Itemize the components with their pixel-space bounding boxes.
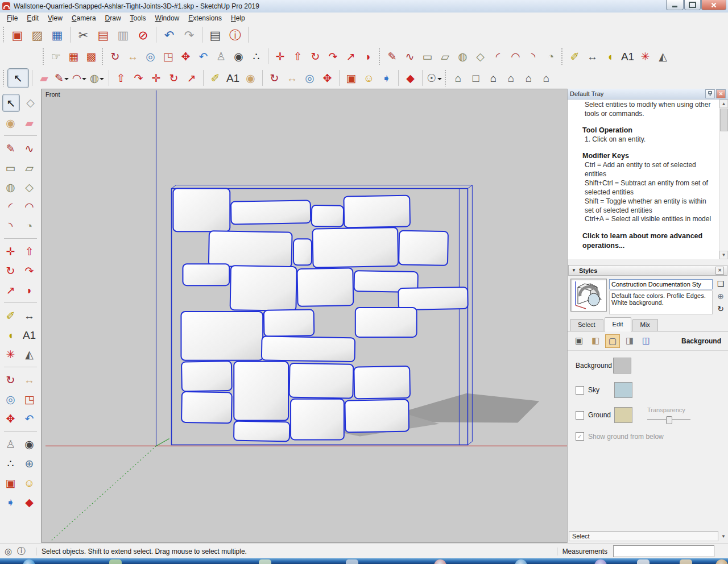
- follow-me-tool[interactable]: ↷: [130, 69, 147, 87]
- rotated-rectangle-tool[interactable]: ▱: [21, 159, 38, 176]
- stone-block[interactable]: [398, 287, 468, 310]
- orbit-tool[interactable]: ↻: [266, 69, 283, 87]
- print-button[interactable]: ▤: [205, 26, 225, 44]
- position-camera-tool[interactable]: ♙: [2, 436, 19, 453]
- push-pull-tool[interactable]: ⇧: [112, 69, 130, 87]
- freehand-tool[interactable]: ∿: [401, 47, 419, 65]
- stone-block[interactable]: [354, 366, 410, 399]
- menu-item-file[interactable]: File: [2, 13, 22, 23]
- view-left-button[interactable]: ⌂: [537, 69, 555, 87]
- walk-tool[interactable]: ∴: [2, 455, 19, 472]
- cut-button[interactable]: ✂: [73, 26, 93, 44]
- stone-block[interactable]: [344, 196, 410, 228]
- zoom-extents-button[interactable]: ✥: [318, 69, 336, 87]
- create-new-style-button[interactable]: ⊕: [717, 292, 724, 300]
- view-iso-button[interactable]: ⌂: [449, 69, 467, 87]
- scale-tool[interactable]: ↗: [2, 281, 19, 298]
- windows-taskbar[interactable]: [0, 558, 728, 564]
- rotate-tool[interactable]: ↻: [165, 69, 183, 87]
- extension-warehouse-button[interactable]: ◆: [21, 494, 38, 511]
- tape-measure-tool[interactable]: ✐: [566, 47, 584, 65]
- sky-color-swatch[interactable]: [614, 382, 632, 398]
- offset-tool[interactable]: ◗: [21, 281, 38, 298]
- paste-button[interactable]: ▥: [113, 26, 133, 44]
- stone-block[interactable]: [231, 200, 311, 224]
- shapes-tool[interactable]: ◍: [88, 69, 106, 87]
- look-around-tool[interactable]: ◉: [21, 436, 38, 453]
- ground-checkbox[interactable]: [576, 411, 584, 420]
- stone-block[interactable]: [181, 361, 232, 391]
- update-style-button[interactable]: ↻: [717, 305, 724, 313]
- view-right-button[interactable]: ⌂: [502, 69, 520, 87]
- taskbar-icon[interactable]: [109, 559, 122, 564]
- menu-item-tools[interactable]: Tools: [126, 13, 151, 23]
- 3d-warehouse-button[interactable]: ▣: [342, 69, 360, 87]
- menu-item-camera[interactable]: Camera: [67, 13, 101, 23]
- interact-tool[interactable]: ☞: [47, 47, 65, 65]
- follow-me-tool[interactable]: ↷: [21, 262, 38, 279]
- stone-block[interactable]: [230, 266, 297, 311]
- share-model-button[interactable]: ☺: [360, 69, 378, 87]
- restore-button[interactable]: [684, 0, 701, 10]
- stone-block[interactable]: [173, 189, 230, 232]
- open-button[interactable]: ▨: [27, 26, 47, 44]
- view-front-button[interactable]: ⌂: [485, 69, 502, 87]
- pan-tool[interactable]: ↔: [21, 371, 38, 388]
- instructor-scrollbar[interactable]: ▲ ▼: [719, 99, 728, 259]
- redo-button[interactable]: ↷: [179, 26, 199, 44]
- pie-tool[interactable]: ◔: [542, 47, 560, 65]
- slider-thumb[interactable]: [666, 416, 672, 424]
- view-back-button[interactable]: ⌂: [520, 69, 537, 87]
- offset-tool[interactable]: ◗: [359, 47, 377, 65]
- taskbar-icon[interactable]: [680, 559, 692, 564]
- move-tool[interactable]: ✛: [2, 243, 19, 260]
- push-pull-tool[interactable]: ⇧: [289, 47, 307, 65]
- view-top-button[interactable]: □: [467, 69, 485, 87]
- freehand-tool[interactable]: ∿: [21, 140, 38, 157]
- menu-item-help[interactable]: Help: [226, 13, 250, 23]
- eraser-tool[interactable]: ▰: [35, 69, 53, 87]
- modeling-settings-button[interactable]: ◫: [639, 334, 653, 347]
- three-point-arc-tool[interactable]: ◝: [524, 47, 542, 65]
- rectangle-tool[interactable]: ▭: [2, 159, 19, 176]
- component-options-button[interactable]: ▦: [65, 47, 82, 65]
- copy-button[interactable]: ▤: [93, 26, 113, 44]
- line-tool[interactable]: ✎: [383, 47, 401, 65]
- taskbar-icon[interactable]: [259, 559, 271, 564]
- rotate-tool[interactable]: ↻: [307, 47, 324, 65]
- pan-tool[interactable]: ↔: [283, 69, 301, 87]
- style-name-input[interactable]: [609, 279, 713, 289]
- menu-item-edit[interactable]: Edit: [22, 13, 43, 23]
- share-model-button[interactable]: ☺: [21, 474, 38, 491]
- eraser-tool[interactable]: ▰: [21, 114, 38, 131]
- stone-block[interactable]: [209, 231, 292, 267]
- stone-block[interactable]: [312, 227, 398, 267]
- transparency-slider[interactable]: [647, 416, 690, 424]
- stone-block[interactable]: [181, 392, 232, 423]
- move-tool[interactable]: ✛: [147, 69, 165, 87]
- taskbar-icon[interactable]: [515, 559, 527, 564]
- credits-info-icon[interactable]: ⓘ: [17, 546, 26, 557]
- ground-color-swatch[interactable]: [614, 407, 632, 423]
- select-tool[interactable]: ↖: [7, 68, 29, 88]
- styles-panel-header[interactable]: ▼ Styles ✕: [568, 265, 727, 276]
- stone-block[interactable]: [297, 268, 353, 306]
- section-plane-tool[interactable]: ⊕: [21, 455, 38, 472]
- previous-view-button[interactable]: ↶: [21, 410, 38, 427]
- learn-more-link[interactable]: Click to learn about more advanced opera…: [582, 231, 715, 250]
- tape-measure-tool[interactable]: ✐: [2, 307, 19, 324]
- zoom-extents-button[interactable]: ✥: [177, 47, 195, 65]
- share-component-button[interactable]: ➧: [2, 494, 19, 511]
- rectangle-tool[interactable]: ▭: [419, 47, 436, 65]
- viewport-canvas[interactable]: [42, 89, 567, 542]
- rotate-tool[interactable]: ↻: [2, 262, 19, 279]
- stone-block[interactable]: [312, 205, 344, 227]
- 3d-warehouse-button[interactable]: ▣: [2, 474, 19, 491]
- axes-tool[interactable]: ✳: [2, 346, 19, 363]
- orbit-tool[interactable]: ↻: [106, 47, 124, 65]
- geolocation-icon[interactable]: ◎: [5, 546, 12, 557]
- line-tool[interactable]: ✎: [53, 69, 71, 87]
- two-point-arc-tool[interactable]: ◠: [21, 198, 38, 215]
- stone-block[interactable]: [234, 421, 289, 442]
- show-ground-checkbox[interactable]: ✓: [576, 432, 584, 441]
